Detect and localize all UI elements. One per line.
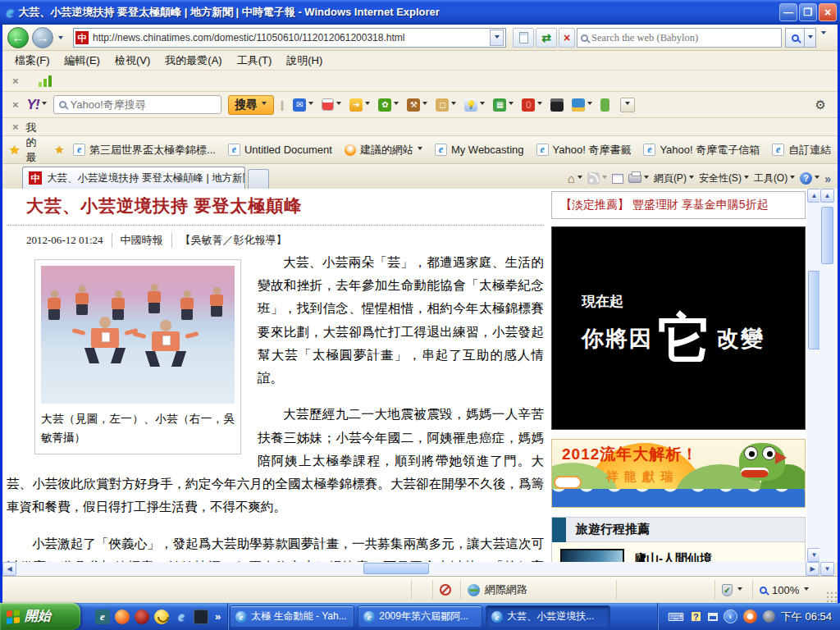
messenger-icon[interactable] bbox=[154, 609, 169, 624]
scroll-thumb[interactable] bbox=[363, 563, 429, 574]
scroll-right-button[interactable]: ▶ bbox=[806, 562, 819, 576]
favorite-link-4[interactable]: eMy Webcasting bbox=[431, 141, 527, 158]
print-button[interactable] bbox=[628, 174, 649, 183]
volume-icon[interactable] bbox=[763, 610, 775, 623]
menu-view[interactable]: 檢視(V) bbox=[107, 52, 158, 70]
page-menu[interactable]: 網頁(P) bbox=[654, 171, 694, 185]
task-button-3-active[interactable]: e 大芸、小芸逆境扶... bbox=[486, 605, 610, 628]
popup-blocker-cell[interactable] bbox=[433, 580, 461, 600]
yahoo-photos-button[interactable]: ✿ bbox=[378, 98, 399, 112]
web-search-box[interactable] bbox=[577, 28, 782, 48]
help-button[interactable]: ? bbox=[800, 172, 819, 185]
yahoo-movies-button[interactable] bbox=[550, 98, 564, 112]
task-button-2[interactable]: e 2009年第六屆鄒阿... bbox=[358, 605, 482, 628]
menu-help[interactable]: 說明(H) bbox=[279, 52, 330, 70]
yahoo-logo-dropdown[interactable] bbox=[42, 102, 47, 107]
start-button[interactable]: 開始 bbox=[0, 603, 80, 630]
travel-thumbnail[interactable] bbox=[560, 549, 624, 562]
search-provider-dropdown[interactable] bbox=[805, 28, 816, 48]
read-mail-button[interactable] bbox=[612, 174, 623, 184]
protected-mode-cell[interactable]: ✓ bbox=[715, 580, 753, 600]
safety-menu[interactable]: 安全性(S) bbox=[699, 171, 749, 185]
black-banner-ad[interactable]: 現在起 你將因 它 改變 bbox=[551, 226, 806, 430]
menu-file[interactable]: 檔案(F) bbox=[7, 52, 57, 70]
quicklaunch-chevron[interactable]: » bbox=[215, 610, 221, 623]
yahoo-news-button[interactable] bbox=[322, 98, 341, 111]
web-search-input[interactable] bbox=[591, 32, 778, 44]
keyboard-icon[interactable]: ⌨ bbox=[668, 611, 684, 623]
media-app-icon[interactable] bbox=[194, 609, 208, 624]
yahoo-mail-button[interactable]: ✉ bbox=[293, 98, 313, 112]
internet-explorer-icon[interactable]: e bbox=[174, 609, 189, 624]
close-button[interactable]: × bbox=[819, 3, 837, 21]
forward-button[interactable]: → bbox=[32, 27, 53, 48]
favorite-link-2[interactable]: eUntitled Document bbox=[225, 141, 336, 158]
quicklaunch-browser-icon[interactable]: e bbox=[95, 609, 110, 624]
yahoo-search-input[interactable] bbox=[71, 98, 216, 111]
window-vertical-scrollbar[interactable]: ▲ ▼ bbox=[819, 189, 835, 576]
search-go-button[interactable] bbox=[785, 28, 805, 48]
gear-icon[interactable]: ⚙ bbox=[815, 98, 826, 112]
toolbar3-close-icon[interactable]: × bbox=[12, 121, 19, 133]
resize-grip[interactable] bbox=[825, 591, 838, 603]
scroll-up-button[interactable]: ▲ bbox=[820, 189, 834, 203]
yahoo-mobile-button[interactable] bbox=[600, 98, 609, 112]
ime-help-icon[interactable]: ? bbox=[690, 610, 702, 623]
restore-button[interactable]: ❐ bbox=[799, 3, 817, 21]
tab-active[interactable]: 中 大芸、小芸逆境扶持 要登太極顛峰 | 地方新聞 | ... bbox=[22, 167, 245, 189]
yahoo-logo-icon[interactable]: Y! bbox=[27, 97, 39, 113]
refresh-button[interactable]: ⇄ bbox=[536, 28, 557, 48]
stop-button[interactable]: × bbox=[559, 28, 575, 48]
zoom-cell[interactable]: 100% bbox=[753, 580, 824, 600]
favorite-link-7[interactable]: e自訂連結 bbox=[769, 140, 834, 160]
opera-icon[interactable] bbox=[135, 609, 149, 624]
yahoo-auction-button[interactable]: ⚒ bbox=[407, 98, 427, 112]
menu-tools[interactable]: 工具(T) bbox=[230, 52, 280, 70]
yahoo-overflow-button[interactable] bbox=[620, 98, 635, 112]
history-dropdown-icon[interactable] bbox=[58, 36, 63, 42]
tray-collapse-icon[interactable]: ‹ bbox=[724, 609, 737, 623]
home-button[interactable]: ⌂ bbox=[568, 171, 582, 185]
scroll-thumb[interactable] bbox=[821, 207, 833, 264]
task-button-1[interactable]: e 太極 生命動能 - Yah... bbox=[230, 605, 354, 628]
travel-item-label[interactable]: 廬山-人間仙境 bbox=[634, 549, 712, 562]
favorite-link-6[interactable]: eYahoo! 奇摩電子信箱 bbox=[640, 140, 763, 160]
window-tray-icon[interactable] bbox=[708, 613, 718, 621]
toolbar1-close-icon[interactable]: × bbox=[12, 75, 19, 87]
menu-favorites[interactable]: 我的最愛(A) bbox=[158, 52, 229, 70]
minimize-button[interactable]: — bbox=[779, 3, 797, 21]
feeds-button[interactable] bbox=[587, 172, 607, 185]
article-photo[interactable] bbox=[41, 266, 235, 404]
compatibility-button[interactable] bbox=[513, 28, 534, 48]
horizontal-scrollbar[interactable]: ◀ ▶ bbox=[2, 562, 819, 576]
yahoo-answers-button[interactable]: 💡 bbox=[464, 98, 485, 112]
yahoo-shopping-button[interactable]: ◻ bbox=[436, 98, 456, 112]
suggested-sites-link[interactable]: 建議的網站 bbox=[341, 140, 426, 160]
toolbar-splitter[interactable]: || bbox=[281, 98, 283, 111]
new-tab-button[interactable] bbox=[248, 169, 269, 189]
favorites-star-icon[interactable]: ★ bbox=[9, 143, 20, 158]
scroll-down-button[interactable]: ▼ bbox=[820, 562, 834, 576]
commandbar-chevron[interactable]: » bbox=[824, 172, 831, 185]
dragon-banner-ad[interactable]: 2012流年大解析！ 祥龍獻瑞 bbox=[551, 439, 806, 508]
address-dropdown-button[interactable] bbox=[490, 30, 504, 46]
scroll-thumb[interactable] bbox=[808, 271, 820, 349]
favorite-link-5[interactable]: eYahoo! 奇摩書籤 bbox=[533, 140, 635, 160]
yahoo-bookmarks-button[interactable]: ➔ bbox=[349, 98, 370, 112]
yahoo-search-box[interactable] bbox=[53, 95, 221, 114]
yahoo-search-button[interactable]: 搜尋 bbox=[228, 95, 274, 115]
toolbar-overflow-dropdown[interactable] bbox=[821, 31, 826, 37]
tools-menu[interactable]: 工具(O) bbox=[754, 171, 795, 185]
url-input[interactable] bbox=[93, 32, 490, 43]
back-button[interactable]: ← bbox=[7, 27, 29, 48]
menu-edit[interactable]: 編輯(E) bbox=[57, 52, 107, 70]
promo-ad[interactable]: 【淡定推薦】 豐盛理財 享基金申購5折起 bbox=[551, 191, 806, 219]
favorite-link-1[interactable]: e第三屆世界盃太極拳錦標... bbox=[70, 140, 219, 160]
title-bar[interactable]: e 大芸、小芸逆境扶持 要登太極顛峰 | 地方新聞 | 中時電子報 - Wind… bbox=[0, 0, 840, 25]
address-bar[interactable]: 中 bbox=[73, 28, 506, 48]
add-favorite-icon[interactable]: ★ bbox=[54, 144, 64, 156]
toolbar2-close-icon[interactable]: × bbox=[12, 98, 19, 111]
firefox-icon[interactable] bbox=[115, 609, 130, 624]
tray-orange-app-icon[interactable] bbox=[743, 609, 757, 623]
yahoo-city-button[interactable] bbox=[572, 98, 592, 112]
